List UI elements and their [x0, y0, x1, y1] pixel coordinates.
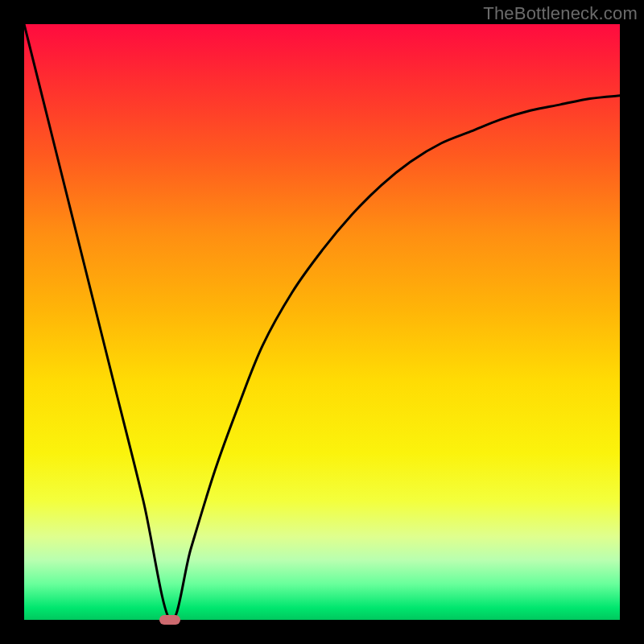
bottleneck-curve — [24, 24, 620, 620]
curve-layer — [24, 24, 620, 620]
minimum-marker — [159, 615, 180, 625]
watermark-text: TheBottleneck.com — [483, 3, 638, 24]
plot-area — [24, 24, 620, 620]
chart-frame: TheBottleneck.com — [0, 0, 644, 644]
